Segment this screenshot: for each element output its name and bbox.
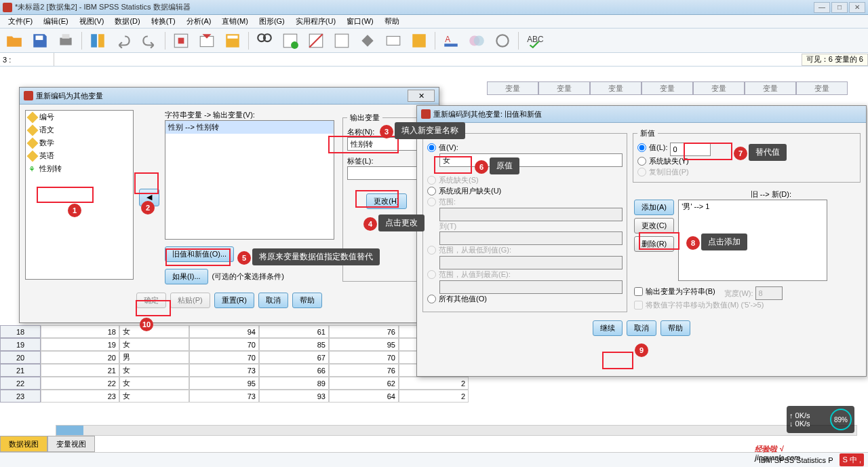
insert-case-icon[interactable]	[280, 31, 300, 51]
change-map-button[interactable]: 更改(C)	[634, 218, 674, 234]
data-cell[interactable]: 70	[329, 351, 399, 364]
data-cell[interactable]: 男	[119, 351, 189, 364]
list-item[interactable]: 性别转	[26, 162, 133, 175]
data-cell[interactable]: 70	[189, 351, 259, 364]
data-cell[interactable]: 21	[41, 364, 119, 377]
spellcheck-icon[interactable]: ABC	[524, 31, 545, 51]
row-number[interactable]: 19	[0, 338, 41, 351]
data-cell[interactable]: 女	[119, 325, 189, 338]
row-number[interactable]: 21	[0, 364, 41, 377]
split-icon[interactable]	[306, 31, 326, 51]
col-header[interactable]: 变量	[745, 81, 796, 95]
menu-graphs[interactable]: 图形(G)	[254, 15, 290, 28]
data-cell[interactable]: 女	[119, 364, 189, 377]
data-cell[interactable]: 18	[41, 325, 119, 338]
row-number[interactable]: 23	[0, 390, 41, 403]
data-cell[interactable]: 76	[329, 325, 399, 338]
cancel-button[interactable]: 取消	[627, 320, 656, 336]
output-label-input[interactable]	[347, 166, 426, 180]
paste-button[interactable]: 粘贴(P)	[170, 293, 210, 308]
mapping-list[interactable]: 性别 --> 性别转	[165, 120, 334, 240]
close-icon[interactable]: ✕	[408, 90, 435, 102]
data-cell[interactable]: 女	[119, 377, 189, 390]
new-value-input[interactable]	[670, 143, 711, 156]
select-icon[interactable]	[357, 31, 378, 51]
if-button[interactable]: 如果(I)...	[165, 269, 208, 284]
all-other-radio[interactable]: 所有其他值(O)	[427, 294, 487, 304]
col-header[interactable]: 变量	[642, 81, 693, 95]
menu-data[interactable]: 数据(D)	[109, 15, 145, 28]
show-labels-icon[interactable]: A	[441, 31, 461, 51]
change-button[interactable]: 更改(H)	[366, 193, 406, 209]
col-header[interactable]: 变量	[487, 81, 538, 95]
continue-button[interactable]: 继续	[593, 320, 623, 336]
goto-icon[interactable]	[171, 31, 191, 51]
data-cell[interactable]: 66	[259, 364, 329, 377]
menu-file[interactable]: 文件(F)	[3, 15, 38, 28]
data-cell[interactable]: 93	[259, 390, 329, 403]
data-cell[interactable]: 85	[259, 338, 329, 351]
minimize-button[interactable]: —	[814, 2, 830, 13]
col-header[interactable]: 变量	[538, 81, 590, 95]
data-cell[interactable]: 95	[329, 338, 399, 351]
horizontal-scrollbar[interactable]	[56, 425, 857, 436]
data-cell[interactable]: 2	[399, 377, 469, 390]
list-item[interactable]: '男' --> 1	[679, 200, 827, 213]
use-sets-icon[interactable]	[409, 31, 429, 51]
menu-help[interactable]: 帮助	[379, 15, 405, 28]
customize-icon[interactable]	[492, 31, 513, 51]
close-button[interactable]: ✕	[849, 2, 865, 13]
ok-button[interactable]: 确定	[136, 293, 166, 308]
menu-view[interactable]: 视图(V)	[74, 15, 110, 28]
data-cell[interactable]: 64	[329, 390, 399, 403]
data-cell[interactable]: 61	[259, 325, 329, 338]
add-button[interactable]: 添加(A)	[634, 200, 674, 215]
data-cell[interactable]: 女	[119, 390, 189, 403]
user-missing-radio[interactable]: 系统或用户缺失(U)	[427, 186, 501, 196]
data-cell[interactable]: 73	[189, 390, 259, 403]
menu-utilities[interactable]: 实用程序(U)	[290, 15, 341, 28]
cancel-button[interactable]: 取消	[258, 293, 288, 308]
reset-button[interactable]: 重置(R)	[214, 293, 254, 308]
old-value-radio[interactable]: 值(V):	[427, 143, 458, 153]
save-icon[interactable]	[30, 31, 50, 51]
old-value-input[interactable]	[439, 153, 623, 167]
data-cell[interactable]: 73	[189, 364, 259, 377]
list-item[interactable]: 数学	[26, 136, 133, 149]
data-cell[interactable]: 67	[259, 351, 329, 364]
menu-analyze[interactable]: 分析(A)	[181, 15, 217, 28]
open-icon[interactable]	[4, 31, 24, 51]
variables-icon[interactable]	[222, 31, 243, 51]
print-icon[interactable]	[56, 31, 76, 51]
output-string-checkbox[interactable]: 输出变量为字符串(B)	[634, 286, 715, 297]
data-cell[interactable]: 76	[329, 364, 399, 377]
list-item[interactable]: 编号	[26, 111, 133, 124]
tab-variable-view[interactable]: 变量视图	[47, 436, 95, 452]
data-cell[interactable]: 95	[189, 377, 259, 390]
find-icon[interactable]	[254, 31, 275, 51]
tab-data-view[interactable]: 数据视图	[0, 436, 47, 452]
row-number[interactable]: 18	[0, 325, 41, 338]
col-header[interactable]: 变量	[590, 81, 642, 95]
remove-button[interactable]: 删除(R)	[634, 236, 674, 252]
data-cell[interactable]: 70	[189, 338, 259, 351]
list-item[interactable]: 性别 --> 性别转	[165, 121, 334, 134]
menu-transform[interactable]: 转换(T)	[146, 15, 181, 28]
list-item[interactable]: 英语	[26, 149, 133, 162]
source-variable-list[interactable]: 编号 语文 数学 英语 性别转	[25, 110, 134, 280]
list-item[interactable]: 语文	[26, 124, 133, 136]
data-cell[interactable]: 女	[119, 338, 189, 351]
data-cell[interactable]: 62	[329, 377, 399, 390]
col-header[interactable]: 变量	[693, 81, 745, 95]
new-sysmiss-radio[interactable]: 系统缺失(Y)	[637, 156, 689, 166]
menu-edit[interactable]: 编辑(E)	[38, 15, 74, 28]
recall-icon[interactable]	[87, 31, 108, 51]
menu-direct[interactable]: 直销(M)	[216, 15, 254, 28]
help-button[interactable]: 帮助	[660, 320, 690, 336]
data-cell[interactable]: 20	[41, 351, 119, 364]
row-number[interactable]: 20	[0, 351, 41, 364]
redo-icon[interactable]	[139, 31, 159, 51]
data-cell[interactable]: 22	[41, 377, 119, 390]
goto-var-icon[interactable]	[197, 31, 217, 51]
maximize-button[interactable]: □	[831, 2, 848, 13]
